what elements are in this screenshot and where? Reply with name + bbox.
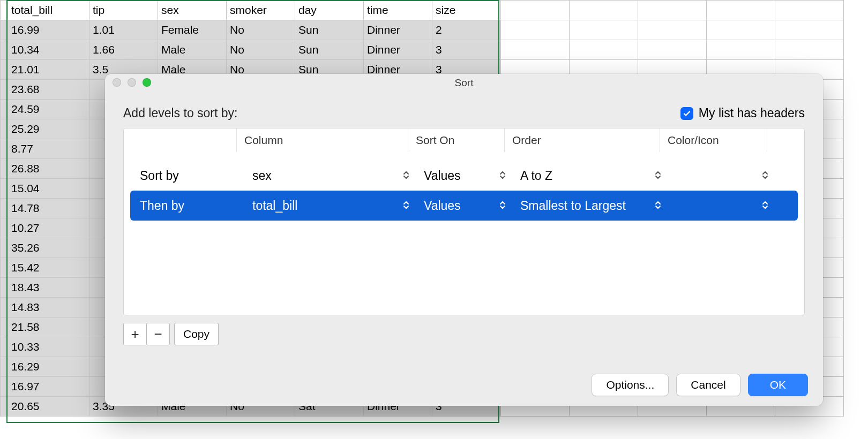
remove-level-button[interactable]: − — [146, 323, 170, 345]
cell[interactable]: Dinner — [364, 20, 432, 40]
chevron-updown-icon — [761, 169, 769, 183]
cell[interactable]: 26.88 — [8, 159, 89, 179]
instruction-label: Add levels to sort by: — [123, 106, 238, 120]
cell[interactable]: 18.43 — [8, 278, 89, 298]
cell[interactable]: Sun — [295, 40, 364, 60]
cell[interactable]: 2 — [432, 20, 501, 40]
cell[interactable]: 21.01 — [8, 60, 89, 80]
cell[interactable]: 10.27 — [8, 218, 89, 238]
chevron-updown-icon — [499, 199, 506, 213]
col-header[interactable]: total_bill — [8, 1, 89, 20]
cell[interactable]: 3 — [432, 40, 501, 60]
cell[interactable]: 1.01 — [89, 20, 158, 40]
dialog-title: Sort — [455, 77, 474, 89]
cell[interactable]: No — [227, 20, 295, 40]
cell[interactable]: 16.97 — [8, 377, 89, 397]
col-header-sorton: Sort On — [408, 128, 504, 152]
cell[interactable]: 15.42 — [8, 258, 89, 278]
col-header[interactable]: time — [364, 1, 432, 20]
sort-columns-header: Column Sort On Order Color/Icon — [124, 128, 804, 152]
cell[interactable]: 35.26 — [8, 238, 89, 258]
minimize-icon[interactable] — [128, 78, 136, 87]
sort-coloricon-select[interactable] — [668, 161, 775, 191]
col-header[interactable]: day — [295, 1, 364, 20]
cell[interactable]: 25.29 — [8, 119, 89, 139]
sort-levels-panel: Column Sort On Order Color/Icon Sort bys… — [123, 128, 805, 315]
ok-button[interactable]: OK — [748, 374, 808, 396]
cell[interactable]: 15.04 — [8, 179, 89, 199]
col-header[interactable]: size — [432, 1, 501, 20]
sort-order-select[interactable]: A to Z — [513, 161, 668, 191]
sort-dialog: Sort Add levels to sort by: My list has … — [105, 74, 823, 406]
col-header-order: Order — [504, 128, 660, 152]
cell[interactable]: 16.29 — [8, 357, 89, 377]
sort-order-select[interactable]: Smallest to Largest — [513, 191, 668, 221]
options-button[interactable]: Options... — [592, 374, 669, 396]
sort-level-label: Sort by — [140, 169, 179, 183]
sort-column-select[interactable]: sex — [245, 161, 416, 191]
cell[interactable]: 21.58 — [8, 317, 89, 337]
cell[interactable]: 14.78 — [8, 199, 89, 218]
chevron-updown-icon — [654, 199, 662, 213]
cell[interactable]: Female — [158, 20, 227, 40]
sort-on-select[interactable]: Values — [416, 191, 513, 221]
headers-checkbox-label: My list has headers — [699, 106, 805, 120]
cell[interactable]: 1.66 — [89, 40, 158, 60]
table-row[interactable]: 10.341.66MaleNoSunDinner3 — [1, 40, 844, 60]
sort-on-select[interactable]: Values — [416, 161, 513, 191]
cell[interactable]: 10.34 — [8, 40, 89, 60]
cell[interactable]: 8.77 — [8, 139, 89, 159]
cell[interactable]: 24.59 — [8, 100, 89, 119]
add-level-button[interactable]: + — [123, 323, 147, 345]
sort-level-row[interactable]: Sort bysexValuesA to Z — [130, 161, 798, 191]
sort-coloricon-select[interactable] — [668, 191, 775, 221]
col-header-column: Column — [236, 128, 408, 152]
cell[interactable]: Male — [158, 40, 227, 60]
cell[interactable]: 16.99 — [8, 20, 89, 40]
headers-checkbox[interactable]: My list has headers — [680, 106, 805, 120]
chevron-updown-icon — [499, 169, 506, 183]
sort-level-row[interactable]: Then bytotal_billValuesSmallest to Large… — [130, 191, 798, 221]
col-header[interactable]: sex — [158, 1, 227, 20]
cell[interactable]: 20.65 — [8, 397, 89, 417]
checkbox-checked-icon — [680, 107, 693, 120]
dialog-titlebar[interactable]: Sort — [105, 74, 823, 92]
zoom-icon[interactable] — [143, 78, 151, 87]
sort-level-label: Then by — [140, 199, 184, 213]
chevron-updown-icon — [761, 199, 769, 213]
cell[interactable]: 23.68 — [8, 80, 89, 100]
col-header[interactable]: smoker — [227, 1, 295, 20]
col-header[interactable]: tip — [89, 1, 158, 20]
cell[interactable]: 14.83 — [8, 298, 89, 317]
chevron-updown-icon — [402, 199, 410, 213]
header-row[interactable]: total_bill tip sex smoker day time size — [1, 1, 844, 20]
cell[interactable]: No — [227, 40, 295, 60]
cell[interactable]: Dinner — [364, 40, 432, 60]
copy-level-button[interactable]: Copy — [174, 323, 219, 345]
cell[interactable]: 10.33 — [8, 337, 89, 357]
close-icon[interactable] — [113, 78, 121, 87]
table-row[interactable]: 16.991.01FemaleNoSunDinner2 — [1, 20, 844, 40]
sort-column-select[interactable]: total_bill — [245, 191, 416, 221]
cell[interactable]: Sun — [295, 20, 364, 40]
chevron-updown-icon — [402, 169, 410, 183]
col-header-coloricon: Color/Icon — [660, 128, 767, 152]
chevron-updown-icon — [654, 169, 662, 183]
cancel-button[interactable]: Cancel — [676, 374, 740, 396]
